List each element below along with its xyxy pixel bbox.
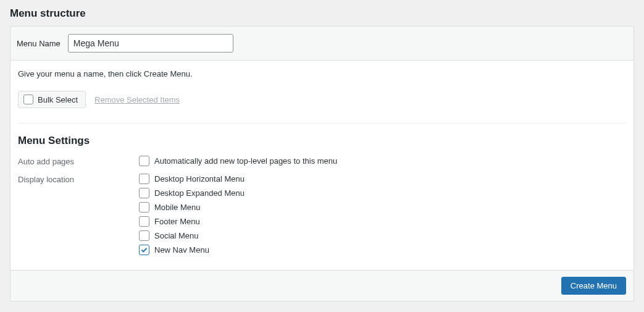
display-location-label: Display location xyxy=(18,174,139,184)
location-option[interactable]: New Nav Menu xyxy=(139,245,245,255)
checkbox-icon xyxy=(139,216,149,227)
auto-add-label: Auto add pages xyxy=(18,156,139,166)
location-option-label: Mobile Menu xyxy=(154,203,200,212)
location-option[interactable]: Desktop Expanded Menu xyxy=(139,188,245,198)
checkbox-icon xyxy=(139,230,149,241)
menu-name-input[interactable] xyxy=(68,34,233,53)
location-option[interactable]: Social Menu xyxy=(139,230,245,241)
location-option[interactable]: Footer Menu xyxy=(139,216,245,227)
bulk-select-button[interactable]: Bulk Select xyxy=(18,91,86,108)
auto-add-option[interactable]: Automatically add new top-level pages to… xyxy=(139,156,337,166)
location-option-label: Desktop Expanded Menu xyxy=(154,188,245,198)
display-location-row: Display location Desktop Horizontal Menu… xyxy=(18,174,626,255)
panel-body: Give your menu a name, then click Create… xyxy=(10,61,634,270)
display-location-options: Desktop Horizontal MenuDesktop Expanded … xyxy=(139,174,245,255)
checkbox-icon xyxy=(139,188,149,198)
location-option[interactable]: Desktop Horizontal Menu xyxy=(139,174,245,184)
location-option-label: New Nav Menu xyxy=(154,245,209,255)
location-option[interactable]: Mobile Menu xyxy=(139,202,245,213)
menu-name-label: Menu Name xyxy=(17,39,61,48)
instruction-text: Give your menu a name, then click Create… xyxy=(18,69,626,78)
panel-header: Menu Name xyxy=(10,27,634,61)
auto-add-option-label: Automatically add new top-level pages to… xyxy=(154,156,337,166)
bulk-actions-row: Bulk Select Remove Selected Items xyxy=(18,91,626,108)
checkbox-icon xyxy=(139,156,149,166)
location-option-label: Footer Menu xyxy=(154,217,200,226)
remove-selected-link[interactable]: Remove Selected Items xyxy=(94,95,180,104)
separator xyxy=(18,123,626,124)
page-title: Menu structure xyxy=(10,7,634,20)
settings-heading: Menu Settings xyxy=(18,135,626,147)
location-option-label: Desktop Horizontal Menu xyxy=(154,174,245,183)
menu-panel: Menu Name Give your menu a name, then cl… xyxy=(10,26,634,301)
location-option-label: Social Menu xyxy=(154,231,199,240)
checkbox-icon xyxy=(23,95,33,104)
auto-add-row: Auto add pages Automatically add new top… xyxy=(18,156,626,166)
panel-footer: Create Menu xyxy=(10,270,634,301)
bulk-select-label: Bulk Select xyxy=(38,95,78,104)
checkbox-icon xyxy=(139,245,149,255)
checkbox-icon xyxy=(139,202,149,213)
create-menu-button[interactable]: Create Menu xyxy=(561,277,626,295)
checkbox-icon xyxy=(139,174,149,184)
